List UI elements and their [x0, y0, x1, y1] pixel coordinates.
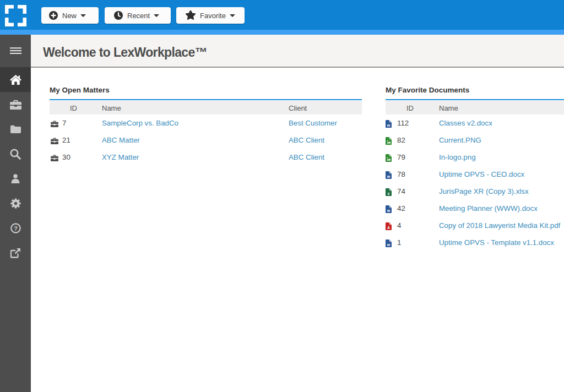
svg-text:w: w: [387, 123, 391, 127]
svg-text:w: w: [387, 175, 391, 178]
svg-text:x: x: [388, 192, 390, 195]
svg-text:w: w: [387, 209, 391, 213]
svg-text:A: A: [387, 226, 390, 230]
svg-text:?: ?: [13, 225, 17, 232]
svg-text:w: w: [387, 243, 391, 247]
